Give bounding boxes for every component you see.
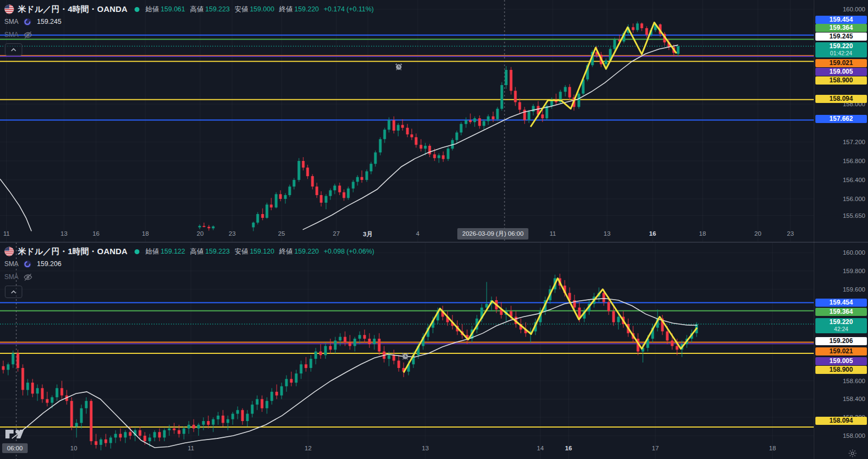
price-label-chip: 158.900 [815,366,867,374]
time-tick-label: 18 [769,445,776,451]
price-label-chip: 158.900 [815,76,867,85]
us-flag-icon [4,247,14,256]
collapse-indicators-button[interactable] [5,43,22,56]
low-value: 159.000 [250,5,274,13]
open-label: 始値 [145,5,159,14]
price-label-chip: 159.021 [815,59,867,67]
close-label: 終値 [279,247,293,256]
indicator-row-sma[interactable]: SMA 159.245 [4,15,374,28]
market-status-dot [135,7,139,12]
market-status-dot [135,249,139,254]
price-tick-label: 160.000 [843,6,865,12]
price-label-chip: 159.364 [815,24,867,32]
price-tick-label: 159.600 [843,286,865,293]
collapse-indicators-button[interactable] [5,286,22,298]
chevron-up-icon [10,290,17,294]
sma-value: 159.206 [37,260,61,268]
symbol-title[interactable]: 米ドル／円・1時間・OANDA [18,247,127,257]
low-label: 安値 [234,247,248,256]
chevron-up-icon [10,48,17,52]
time-tick-label: 23 [229,230,236,237]
eye-off-icon[interactable] [23,31,33,39]
time-tick-label: 11 [550,230,556,237]
change-value: +0.174 (+0.11%) [324,5,374,13]
sma-line [0,179,31,231]
price-label-chip: 159.22042:24 [815,318,867,333]
trading-chart-app: 米ドル／円・4時間・OANDA 始値 159.061 高値 159.223 安値… [0,0,868,459]
time-tick-label: 25 [278,230,285,237]
time-tick-label: 13 [604,230,611,237]
time-tick-label: 16 [649,230,656,237]
sma-label: SMA [4,260,18,268]
change-value: +0.098 (+0.06%) [324,248,374,255]
indicator-row-sma-hidden[interactable]: SMA [4,28,374,41]
low-label: 安値 [234,5,248,14]
price-label-chip: 157.662 [815,115,867,123]
high-label: 高値 [190,247,203,256]
price-label-chip: 159.206 [815,337,867,345]
indicator-row-sma[interactable]: SMA 159.206 [4,257,374,270]
time-tick-label: 13 [61,230,68,237]
time-tick-label: 13 [422,445,429,451]
price-alert-clock-icon[interactable] [394,62,403,73]
sma-line [12,299,697,448]
price-tick-label: 158.400 [843,396,865,402]
time-tick-label: 20 [197,230,204,237]
crosshair-date-label: 2026-03-09 (月) 06:00 [457,228,528,240]
gear-icon[interactable] [848,449,857,459]
price-label-chip: 158.094 [815,95,867,103]
time-tick-label: 18 [142,230,149,237]
panel-divider[interactable] [0,242,868,243]
indicator-loading-icon [23,18,31,26]
high-label: 高値 [190,5,203,14]
price-label-chip: 159.005 [815,68,867,76]
sma-value: 159.245 [37,18,61,25]
us-flag-icon [4,4,14,14]
open-value: 159.122 [161,248,185,255]
sma-hidden-label: SMA [4,273,18,281]
price-label-chip: 159.454 [815,299,867,307]
open-label: 始値 [145,247,159,256]
indicator-loading-icon [23,260,31,268]
price-axis[interactable]: 160.000158.000157.200156.800156.400156.0… [814,0,868,459]
time-tick-label: 4 [416,230,419,237]
close-value: 159.220 [295,248,319,255]
price-tick-label: 156.400 [843,177,865,183]
price-tick-label: 158.600 [843,378,865,384]
time-tick-label: 23 [787,230,794,237]
time-axis-1h[interactable]: 06:00 1011121314161718 [0,440,814,459]
time-tick-label: 14 [537,445,544,451]
time-tick-label: 18 [699,230,706,237]
zigzag-drawing[interactable] [531,23,676,127]
time-tick-label: 27 [333,230,340,237]
price-tick-label: 158.000 [843,432,865,439]
close-label: 終値 [279,5,293,14]
eye-off-icon[interactable] [23,273,33,281]
price-alert-clock-icon[interactable] [401,352,410,363]
time-tick-label: 12 [305,445,312,451]
symbol-title[interactable]: 米ドル／円・4時間・OANDA [18,4,127,15]
tradingview-logo-icon[interactable] [4,426,25,443]
price-tick-label: 159.800 [843,268,865,274]
time-tick-label: 16 [93,230,100,237]
price-label-chip: 159.22001:42:24 [815,42,867,57]
price-label-chip: 159.454 [815,16,867,24]
legend-4h: 米ドル／円・4時間・OANDA 始値 159.061 高値 159.223 安値… [4,3,374,41]
price-label-chip: 159.364 [815,308,867,316]
high-value: 159.223 [205,248,229,255]
crosshair-time-label: 06:00 [2,443,28,453]
sma-hidden-label: SMA [4,31,18,38]
price-tick-label: 160.000 [843,249,865,256]
price-label-chip: 159.245 [815,33,867,41]
time-axis-4h[interactable]: 2026-03-09 (月) 06:00 11131618202325273月4… [0,227,814,242]
time-tick-label: 16 [565,445,572,451]
price-label-chip: 158.094 [815,417,867,425]
indicator-row-sma-hidden[interactable]: SMA [4,270,374,283]
legend-1h: 米ドル／円・1時間・OANDA 始値 159.122 高値 159.223 安値… [4,245,374,283]
low-value: 159.120 [250,248,274,255]
sma-label: SMA [4,18,18,25]
price-tick-label: 157.200 [843,139,865,145]
time-tick-label: 3月 [363,230,373,238]
time-tick-label: 17 [652,445,659,451]
time-tick-label: 10 [71,445,78,451]
